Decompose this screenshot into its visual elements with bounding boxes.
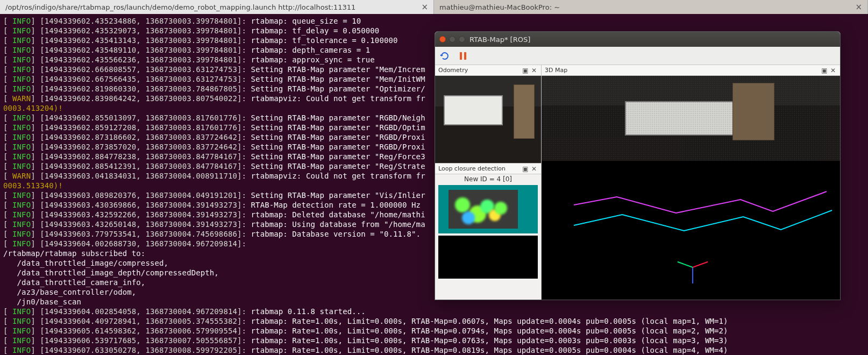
close-icon[interactable]: ×	[421, 2, 428, 12]
loop-feature-view[interactable]	[438, 185, 538, 233]
loop-newid-label: New ID = 4 [0]	[435, 174, 541, 183]
close-icon[interactable]: ✕	[829, 67, 837, 74]
window-buttons	[439, 36, 465, 42]
rtabmap-window[interactable]: RTAB-Map* [ROS] Odometry ▣ ✕	[435, 31, 841, 300]
axes-gizmo	[676, 251, 708, 283]
rtab-body: Odometry ▣ ✕ Loop closure detection ▣ ✕	[435, 65, 840, 300]
window-title: RTAB-Map* [ROS]	[469, 36, 530, 44]
window-float-icon[interactable]: ▣	[522, 165, 529, 173]
panel-title: Odometry	[438, 67, 468, 74]
close-icon[interactable]: ×	[855, 2, 862, 12]
panel-title: Loop closure detection	[438, 165, 506, 172]
odometry-panel-header[interactable]: Odometry ▣ ✕	[435, 65, 541, 76]
window-titlebar[interactable]: RTAB-Map* [ROS]	[435, 32, 840, 47]
window-float-icon[interactable]: ▣	[522, 67, 529, 74]
loop-match-view[interactable]	[438, 236, 538, 279]
close-icon[interactable]: ✕	[530, 165, 538, 173]
loop-closure-panel: Loop closure detection ▣ ✕ New ID = 4 [0…	[435, 163, 541, 281]
tab-label: mathieu@mathieu-MacBookPro: ~	[439, 3, 560, 11]
map3d-panel-header[interactable]: 3D Map ▣ ✕	[542, 65, 840, 76]
odometry-view[interactable]	[435, 76, 541, 163]
panel-title: 3D Map	[545, 67, 567, 74]
pause-icon[interactable]	[458, 51, 468, 61]
svg-rect-0	[460, 52, 462, 60]
refresh-icon[interactable]	[439, 51, 450, 61]
map3d-view[interactable]	[542, 76, 840, 300]
toolbar	[435, 47, 840, 65]
window-maximize-button[interactable]	[459, 36, 465, 42]
svg-rect-1	[464, 52, 466, 60]
tab-label: /opt/ros/indigo/share/rtabmap_ros/launch…	[5, 3, 355, 11]
window-close-button[interactable]	[439, 36, 446, 42]
right-dock: 3D Map ▣ ✕	[542, 65, 840, 300]
window-float-icon[interactable]: ▣	[821, 67, 828, 74]
close-icon[interactable]: ✕	[530, 67, 538, 74]
loop-panel-header[interactable]: Loop closure detection ▣ ✕	[435, 164, 541, 174]
window-minimize-button[interactable]	[449, 36, 456, 42]
tab-terminal-launch[interactable]: /opt/ros/indigo/share/rtabmap_ros/launch…	[0, 0, 434, 14]
tab-terminal-home[interactable]: mathieu@mathieu-MacBookPro: ~ ×	[434, 0, 868, 14]
window-tab-bar: /opt/ros/indigo/share/rtabmap_ros/launch…	[0, 0, 868, 14]
left-dock: Odometry ▣ ✕ Loop closure detection ▣ ✕	[435, 65, 542, 300]
